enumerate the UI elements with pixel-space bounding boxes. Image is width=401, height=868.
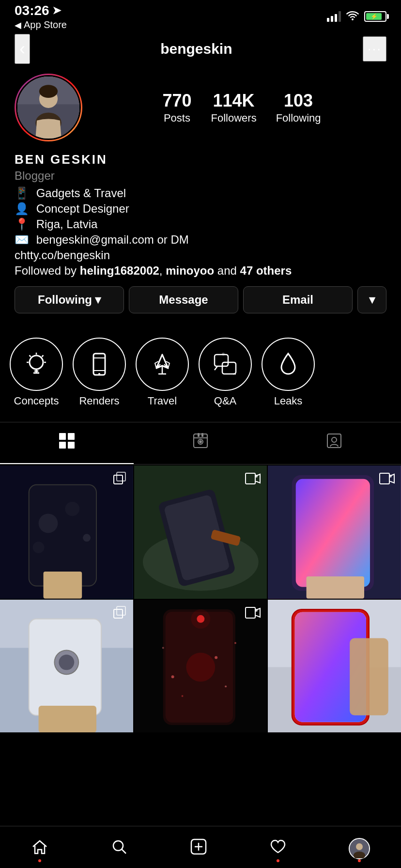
- svg-rect-54: [307, 576, 364, 599]
- tab-reels[interactable]: [134, 422, 267, 464]
- location-arrow-icon: ➤: [52, 4, 61, 17]
- grid-item-3[interactable]: [268, 465, 401, 599]
- email-button[interactable]: Email: [243, 286, 353, 313]
- wifi-icon: [346, 10, 359, 23]
- grid-item-5[interactable]: [134, 600, 267, 733]
- nav-heart[interactable]: [260, 834, 296, 863]
- grid-item-1[interactable]: [0, 465, 133, 599]
- battery-bolt-icon: ⚡: [370, 13, 378, 20]
- profile-top: 770 Posts 114K Followers 103 Following: [15, 74, 386, 141]
- profile-username: bengeskin: [160, 41, 232, 57]
- tab-bar: [0, 422, 401, 465]
- photo-grid: [0, 465, 401, 732]
- svg-point-56: [389, 475, 392, 478]
- svg-point-72: [225, 685, 227, 687]
- highlight-circle-qa: [199, 338, 252, 391]
- chevron-icon: ▾: [369, 293, 375, 307]
- svg-point-78: [255, 609, 258, 612]
- svg-rect-55: [380, 473, 389, 484]
- search-icon: [110, 838, 128, 859]
- following-stat[interactable]: 103 Following: [276, 91, 321, 124]
- highlight-label-travel: Travel: [148, 395, 177, 407]
- posts-stat[interactable]: 770 Posts: [162, 91, 191, 124]
- svg-line-86: [122, 849, 126, 853]
- highlight-concepts[interactable]: Concepts: [10, 338, 63, 407]
- video-badge-2: [245, 471, 261, 489]
- video-badge-3: [379, 471, 395, 489]
- more-options-button[interactable]: ···: [363, 36, 386, 62]
- more-button[interactable]: ▾: [357, 286, 386, 313]
- message-button[interactable]: Message: [129, 286, 238, 313]
- add-icon: [190, 838, 207, 859]
- highlights-section: Concepts Renders: [0, 338, 401, 417]
- bio-line-gadgets: 📱 Gadgets & Travel: [15, 186, 386, 200]
- chevron-down-icon: ▾: [95, 293, 101, 307]
- svg-point-70: [191, 609, 210, 629]
- svg-rect-49: [246, 473, 255, 484]
- status-right: ⚡: [327, 10, 386, 23]
- svg-rect-41: [44, 572, 82, 599]
- grid-item-6[interactable]: [268, 600, 401, 733]
- app-store-label: App Store: [15, 19, 67, 31]
- highlight-circle-concepts: [10, 338, 63, 391]
- bio-followed: Followed by heling1682002, minoyoo and 4…: [15, 264, 386, 278]
- highlight-circle-travel: [136, 338, 189, 391]
- svg-point-5: [30, 356, 43, 369]
- bio-link[interactable]: chtty.co/bengeskin: [15, 248, 386, 262]
- svg-rect-43: [117, 472, 125, 481]
- multi-badge-1: [113, 471, 127, 489]
- status-bar: 03:26 ➤ App Store ⚡: [0, 0, 401, 29]
- svg-line-13: [42, 356, 44, 357]
- svg-rect-23: [59, 433, 66, 440]
- nav-add[interactable]: [180, 834, 217, 863]
- avatar-image: [17, 77, 79, 139]
- nav-home[interactable]: [21, 834, 58, 863]
- svg-point-39: [83, 534, 91, 542]
- highlight-travel[interactable]: Travel: [136, 338, 189, 407]
- following-label: Following: [276, 112, 321, 124]
- profile-notification-dot: [358, 859, 361, 862]
- grid-icon: [58, 432, 76, 453]
- svg-rect-26: [68, 442, 75, 449]
- heart-notification-dot: [277, 859, 279, 862]
- time-label: 03:26: [15, 3, 49, 18]
- svg-point-75: [162, 647, 164, 649]
- back-button[interactable]: ‹: [15, 34, 30, 64]
- svg-point-91: [356, 843, 363, 850]
- tab-tagged[interactable]: [267, 422, 401, 464]
- svg-point-4: [39, 85, 58, 98]
- nav-search[interactable]: [101, 834, 138, 863]
- header-nav: ‹ bengeskin ···: [0, 29, 401, 69]
- followers-label: Followers: [211, 112, 257, 124]
- avatar: [16, 75, 81, 140]
- followers-stat[interactable]: 114K Followers: [211, 91, 257, 124]
- following-button[interactable]: Following ▾: [15, 286, 124, 313]
- svg-point-61: [59, 654, 74, 670]
- status-time: 03:26 ➤: [15, 3, 67, 18]
- svg-point-50: [255, 475, 258, 478]
- svg-rect-21: [222, 362, 236, 374]
- grid-item-2[interactable]: [134, 465, 267, 599]
- svg-rect-63: [114, 609, 123, 618]
- battery-fill: ⚡: [366, 13, 382, 20]
- bio-line-location: 📍 Riga, Latvia: [15, 217, 386, 231]
- highlight-leaks[interactable]: Leaks: [262, 338, 315, 407]
- tab-grid[interactable]: [0, 422, 134, 464]
- highlight-renders[interactable]: Renders: [73, 338, 126, 407]
- svg-point-17: [98, 373, 100, 375]
- nav-profile[interactable]: [339, 834, 380, 863]
- svg-line-12: [30, 356, 31, 357]
- svg-point-71: [171, 675, 174, 678]
- highlight-qa[interactable]: Q&A: [199, 338, 252, 407]
- grid-item-4[interactable]: [0, 600, 133, 733]
- svg-rect-25: [59, 442, 66, 449]
- heart-icon: [269, 838, 287, 859]
- signal-bar-3: [335, 14, 337, 22]
- svg-rect-84: [350, 638, 389, 715]
- bio-line-designer: 👤 Concept Designer: [15, 202, 386, 216]
- svg-rect-77: [246, 607, 255, 618]
- signal-bar-1: [327, 18, 329, 22]
- svg-point-40: [33, 542, 45, 553]
- svg-point-34: [332, 437, 337, 442]
- svg-rect-53: [296, 479, 370, 587]
